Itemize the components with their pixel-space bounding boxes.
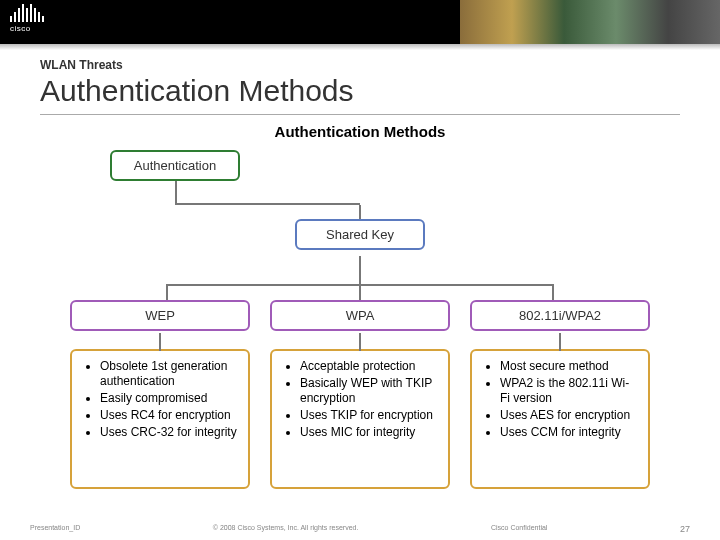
method-wpa: WPA Acceptable protection Basically WEP … <box>270 300 450 489</box>
connector-mid-down <box>359 256 361 270</box>
list-item: Obsolete 1st generation authentication <box>100 359 238 389</box>
cisco-logo: cisco <box>10 4 44 33</box>
list-item: Uses CCM for integrity <box>500 425 638 440</box>
root-row: Authentication <box>110 150 650 181</box>
list-item: Uses CRC-32 for integrity <box>100 425 238 440</box>
mid-row: Shared Key <box>70 219 650 250</box>
footer: Presentation_ID © 2008 Cisco Systems, In… <box>0 524 720 534</box>
footer-copyright: © 2008 Cisco Systems, Inc. All rights re… <box>213 524 359 534</box>
footer-presentation-id: Presentation_ID <box>30 524 80 534</box>
slide-body: WLAN Threats Authentication Methods Auth… <box>0 50 720 489</box>
footer-page-number: 27 <box>680 524 690 534</box>
connector-to-shared <box>359 205 361 219</box>
list-item: Acceptable protection <box>300 359 438 374</box>
list-item: Easily compromised <box>100 391 238 406</box>
title-rule <box>40 114 680 115</box>
node-wep: WEP <box>70 300 250 331</box>
details-wpa2: Most secure method WPA2 is the 802.11i W… <box>470 349 650 489</box>
connector-root-to-mid <box>175 181 650 203</box>
method-wpa2: 802.11i/WPA2 Most secure method WPA2 is … <box>470 300 650 489</box>
brand-text: cisco <box>10 24 44 33</box>
method-wep: WEP Obsolete 1st generation authenticati… <box>70 300 250 489</box>
node-shared-key: Shared Key <box>295 219 425 250</box>
details-wep: Obsolete 1st generation authentication E… <box>70 349 250 489</box>
slide-kicker: WLAN Threats <box>40 58 680 72</box>
details-wpa: Acceptable protection Basically WEP with… <box>270 349 450 489</box>
list-item: Most secure method <box>500 359 638 374</box>
list-item: Basically WEP with TKIP encryption <box>300 376 438 406</box>
diagram-title: Authentication Methods <box>70 123 650 140</box>
list-item: Uses RC4 for encryption <box>100 408 238 423</box>
method-row: WEP Obsolete 1st generation authenticati… <box>70 300 650 489</box>
slide-title: Authentication Methods <box>40 74 680 108</box>
node-wpa: WPA <box>270 300 450 331</box>
list-item: Uses AES for encryption <box>500 408 638 423</box>
list-item: Uses TKIP for encryption <box>300 408 438 423</box>
connector-h-upper <box>70 203 650 205</box>
diagram: Authentication Methods Authentication Sh… <box>40 123 680 489</box>
header-photo-strip <box>460 0 720 44</box>
cisco-logo-bars <box>10 4 44 22</box>
node-wpa2: 802.11i/WPA2 <box>470 300 650 331</box>
node-authentication: Authentication <box>110 150 240 181</box>
list-item: Uses MIC for integrity <box>300 425 438 440</box>
footer-confidential: Cisco Confidential <box>491 524 547 534</box>
connector-branch <box>70 270 650 300</box>
list-item: WPA2 is the 802.11i Wi-Fi version <box>500 376 638 406</box>
header-bar: cisco <box>0 0 720 44</box>
